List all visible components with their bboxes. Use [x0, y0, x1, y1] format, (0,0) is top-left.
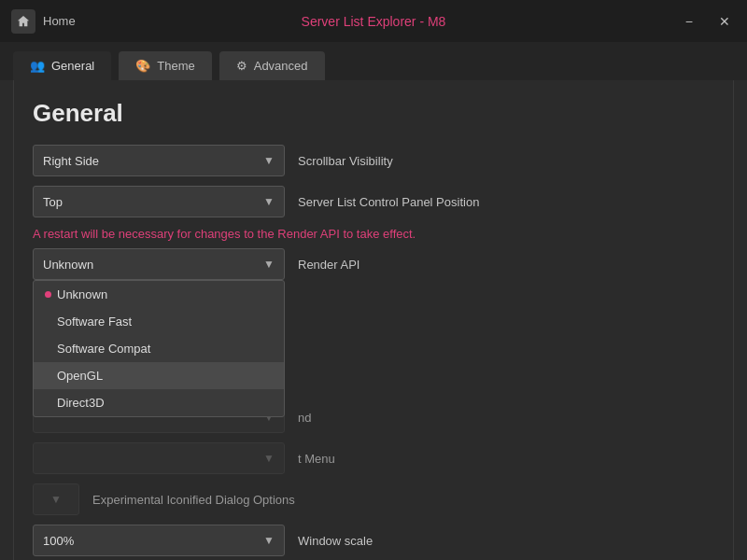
home-icon[interactable]	[11, 9, 35, 34]
scrollbar-visibility-value: Right Side	[43, 154, 99, 168]
selected-dot-icon	[45, 291, 51, 298]
tab-general[interactable]: 👥 General	[13, 51, 111, 80]
tab-theme[interactable]: 🎨 Theme	[119, 51, 211, 80]
partial-dropdown-3[interactable]: ▼	[33, 483, 79, 515]
titlebar-left: Home	[11, 9, 76, 34]
render-api-label: Render API	[298, 258, 360, 272]
partial-dropdown-2-chevron-icon: ▼	[263, 452, 275, 465]
theme-tab-icon: 🎨	[135, 59, 150, 73]
partial-dropdown-3-chevron-icon: ▼	[50, 493, 62, 506]
section-title: General	[33, 99, 714, 128]
control-panel-value: Top	[43, 195, 63, 209]
main-content: General Right Side ▼ Scrollbar Visibilit…	[13, 80, 734, 560]
option-direct3d-label: Direct3D	[57, 396, 105, 410]
home-label[interactable]: Home	[43, 14, 76, 28]
window-scale-value: 100%	[43, 534, 74, 548]
window-scale-label: Window scale	[298, 534, 373, 548]
tab-advanced[interactable]: ⚙ Advanced	[219, 51, 325, 80]
partial-label-3: Experimental Iconified Dialog Options	[92, 493, 295, 507]
scrollbar-visibility-row: Right Side ▼ Scrollbar Visibility	[33, 145, 714, 176]
control-panel-dropdown[interactable]: Top ▼	[33, 186, 285, 217]
window-scale-row: 100% ▼ Window scale	[33, 525, 714, 556]
option-software-fast-label: Software Fast	[57, 315, 132, 329]
option-opengl-label: OpenGL	[57, 369, 103, 383]
render-api-option-direct3d[interactable]: Direct3D	[34, 389, 284, 416]
advanced-tab-label: Advanced	[254, 59, 308, 73]
titlebar: Home Server List Explorer - M8 − ✕	[0, 0, 747, 42]
titlebar-controls: − ✕	[680, 10, 736, 33]
tabbar: 👥 General 🎨 Theme ⚙ Advanced	[0, 42, 747, 80]
window-scale-dropdown[interactable]: 100% ▼	[33, 525, 285, 556]
app-title: Server List Explorer - M8	[302, 14, 446, 29]
close-button[interactable]: ✕	[713, 10, 736, 33]
render-api-options-list: Unknown Software Fast Software Compat Op…	[33, 280, 285, 417]
render-api-dropdown[interactable]: Unknown ▼	[33, 248, 285, 280]
render-api-option-opengl[interactable]: OpenGL	[34, 362, 284, 389]
scrollbar-chevron-icon: ▼	[263, 154, 275, 167]
render-api-chevron-icon: ▼	[263, 258, 275, 271]
minimize-button[interactable]: −	[680, 10, 698, 33]
partial-label-2: t Menu	[298, 452, 335, 466]
render-api-option-unknown[interactable]: Unknown	[34, 281, 284, 308]
scrollbar-visibility-label: Scrollbar Visibility	[298, 154, 393, 168]
partial-row-3: ▼ Experimental Iconified Dialog Options	[33, 483, 714, 515]
render-api-row: Unknown ▼ Render API Unknown Software Fa…	[33, 248, 714, 280]
render-api-value: Unknown	[43, 258, 93, 272]
control-panel-chevron-icon: ▼	[263, 195, 275, 208]
option-unknown-label: Unknown	[57, 287, 107, 301]
control-panel-position-row: Top ▼ Server List Control Panel Position	[33, 186, 714, 217]
general-tab-label: General	[51, 59, 94, 73]
control-panel-label: Server List Control Panel Position	[298, 195, 479, 209]
render-api-warning: A restart will be necessary for changes …	[33, 227, 714, 241]
window-scale-chevron-icon: ▼	[263, 534, 275, 547]
option-software-compat-label: Software Compat	[57, 342, 150, 356]
partial-dropdown-2[interactable]: ▼	[33, 442, 285, 474]
render-api-option-software-compat[interactable]: Software Compat	[34, 335, 284, 362]
render-api-option-software-fast[interactable]: Software Fast	[34, 308, 284, 335]
scrollbar-visibility-dropdown[interactable]: Right Side ▼	[33, 145, 285, 176]
theme-tab-label: Theme	[157, 59, 194, 73]
partial-row-2: ▼ t Menu	[33, 442, 714, 474]
general-tab-icon: 👥	[30, 59, 45, 73]
partial-label-1: nd	[298, 411, 311, 425]
advanced-tab-icon: ⚙	[236, 59, 247, 73]
